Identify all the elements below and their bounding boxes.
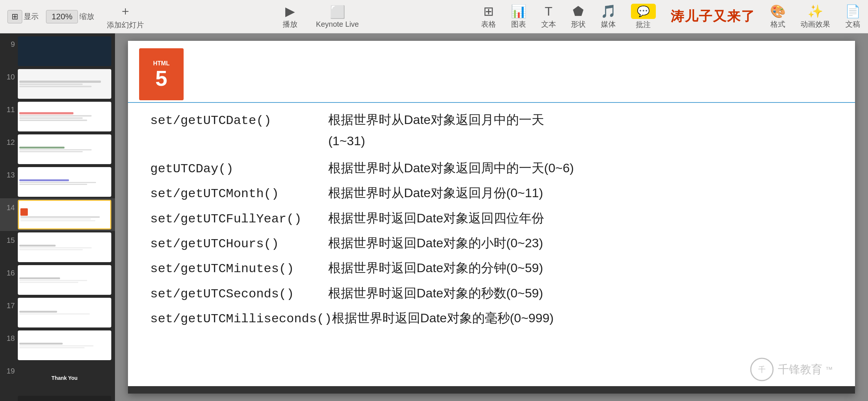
media-icon: 🎵: [601, 4, 616, 19]
method-row-3: set/getUTCMonth() 根据世界时从Date对象返回月份(0~11): [150, 183, 833, 204]
thumb-content: [19, 201, 110, 228]
slide-thumbnail[interactable]: [18, 102, 111, 131]
slide-number: 10: [4, 69, 15, 99]
slide-bottom-strip: [128, 386, 855, 394]
view-button[interactable]: ⊞: [7, 10, 22, 23]
method-desc-5: 根据世界时返回Date对象的小时(0~23): [328, 233, 543, 253]
slide-thumbnail[interactable]: [18, 167, 111, 197]
chart-icon: 📊: [511, 4, 526, 19]
slide-item[interactable]: 18: [0, 329, 115, 362]
zoom-value: 120%: [52, 12, 72, 21]
method-row-6: set/getUTCMinutes() 根据世界时返回Date对象的分钟(0~5…: [150, 258, 833, 279]
watermark: 千 千锋教育 ™: [749, 356, 833, 382]
slide-item[interactable]: 13: [0, 166, 115, 198]
method-desc-1: 根据世界时从Date对象返回月中的一天: [328, 110, 544, 130]
chart-button[interactable]: 📊 图表: [511, 4, 526, 29]
format-button[interactable]: 🎨 格式: [770, 4, 786, 29]
method-name-7: set/getUTCSeconds(): [150, 284, 328, 304]
method-desc-1b: (1~31): [328, 131, 365, 151]
play-button[interactable]: ▶ 播放: [283, 4, 297, 29]
zoom-label: 缩放: [79, 12, 94, 22]
slide-canvas: HTML 5 set/getUTCDate() 根据世界时从Date对象返回月中…: [128, 41, 855, 394]
method-name-3: set/getUTCMonth(): [150, 184, 328, 204]
thumb-content: [18, 69, 111, 99]
method-desc-2: 根据世界时从Date对象返回周中的一天(0~6): [328, 158, 574, 178]
slide-item[interactable]: 16: [0, 264, 115, 296]
slide-item[interactable]: 10: [0, 68, 115, 100]
text-label: 文本: [541, 19, 556, 29]
slide-item[interactable]: 15: [0, 231, 115, 264]
method-name-2: getUTCDay(): [150, 159, 328, 179]
table-label: 表格: [481, 19, 496, 29]
slide-thumbnail[interactable]: [18, 330, 111, 360]
thumb-content: ···: [18, 396, 111, 401]
slide-number: 12: [4, 134, 15, 164]
document-button[interactable]: 📄 文稿: [845, 4, 861, 29]
animation-icon: ✨: [808, 4, 823, 19]
text-icon: T: [545, 4, 553, 19]
slide-title-divider: [128, 102, 855, 103]
shape-button[interactable]: ⬟ 形状: [571, 4, 586, 29]
slide-content: set/getUTCDate() 根据世界时从Date对象返回月中的一天 (1~…: [150, 110, 833, 371]
slide-number: 13: [4, 167, 15, 197]
slide-thumbnail[interactable]: [18, 265, 111, 295]
add-icon: ＋: [119, 3, 131, 19]
method-row-2: getUTCDay() 根据世界时从Date对象返回周中的一天(0~6): [150, 158, 833, 179]
slide-item-active[interactable]: 14: [0, 198, 115, 231]
slide-item[interactable]: 12: [0, 133, 115, 166]
slide-number: 17: [4, 298, 15, 327]
media-button[interactable]: 🎵 媒体: [601, 4, 616, 29]
slide-thumbnail[interactable]: [18, 298, 111, 327]
slide-item[interactable]: 17: [0, 296, 115, 329]
zoom-button[interactable]: 120%: [46, 10, 78, 23]
format-icon: 🎨: [770, 4, 786, 19]
table-icon: ⊞: [483, 4, 494, 19]
table-button[interactable]: ⊞ 表格: [481, 4, 496, 29]
slide-thumbnail-active[interactable]: [18, 200, 111, 229]
slide-number: 20: [4, 396, 15, 401]
slide-thumbnail[interactable]: ···: [18, 396, 111, 401]
thumb-content: [18, 298, 111, 327]
slide-thumbnail[interactable]: Thank You: [18, 363, 111, 393]
comment-label: 批注: [636, 20, 651, 30]
slide-item[interactable]: 9: [0, 35, 115, 68]
slide-number: 9: [4, 36, 15, 66]
method-row-7: set/getUTCSeconds() 根据世界时返回Date对象的秒数(0~5…: [150, 283, 833, 304]
comment-button[interactable]: 💬 批注: [631, 4, 656, 30]
user-comment: 涛儿子又来了: [671, 7, 755, 26]
method-desc-7: 根据世界时返回Date对象的秒数(0~59): [328, 283, 543, 303]
slide-item[interactable]: 20 ···: [0, 394, 115, 401]
thumb-content: [18, 36, 111, 66]
animation-button[interactable]: ✨ 动画效果: [800, 4, 830, 29]
play-icon: ▶: [285, 4, 295, 19]
keynote-live-label: Keynote Live: [316, 20, 359, 29]
media-label: 媒体: [601, 19, 616, 29]
slide-number: 14: [4, 200, 15, 229]
add-slide-button[interactable]: ＋ 添加幻灯片: [102, 1, 149, 32]
watermark-logo-icon: 千: [749, 356, 775, 382]
slide-thumbnail[interactable]: [18, 232, 111, 262]
display-label: 显示: [24, 12, 39, 22]
view-control: ⊞ 显示: [7, 10, 39, 23]
method-name-5: set/getUTCHours(): [150, 234, 328, 254]
html5-badge: HTML 5: [139, 48, 184, 100]
slide-panel[interactable]: 9 10 11: [0, 33, 115, 401]
text-button[interactable]: T 文本: [541, 4, 556, 29]
slide-thumbnail[interactable]: [18, 134, 111, 164]
slide-thumbnail[interactable]: [18, 36, 111, 66]
slide-item-thankyou[interactable]: 19 Thank You: [0, 362, 115, 394]
method-desc-8: 根据世界时返回Date对象的毫秒(0~999): [332, 308, 554, 328]
slide-thumbnail[interactable]: [18, 69, 111, 99]
shape-icon: ⬟: [573, 4, 584, 19]
method-desc-6: 根据世界时返回Date对象的分钟(0~59): [328, 258, 543, 278]
slide-item[interactable]: 11: [0, 100, 115, 133]
method-name-8: set/getUTCMilliseconds(): [150, 309, 332, 329]
method-name-1: set/getUTCDate(): [150, 111, 328, 131]
keynote-live-button[interactable]: ⬜ Keynote Live: [316, 4, 359, 29]
method-desc-4: 根据世界时返回Date对象返回四位年份: [328, 208, 544, 228]
format-label: 格式: [770, 19, 785, 29]
thumb-content: [18, 265, 111, 295]
thumb-content: Thank You: [18, 363, 111, 393]
method-row-1: set/getUTCDate() 根据世界时从Date对象返回月中的一天: [150, 110, 833, 131]
slide-number: 11: [4, 102, 15, 131]
